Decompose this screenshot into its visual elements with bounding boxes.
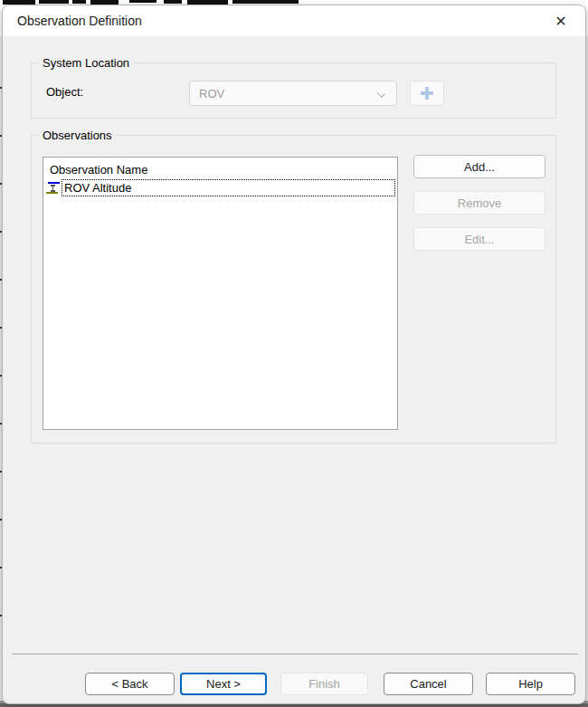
cancel-button[interactable]: Cancel	[384, 673, 473, 695]
close-button[interactable]: ✕	[544, 5, 578, 36]
object-label: Object:	[46, 85, 83, 99]
add-object-button[interactable]	[410, 81, 444, 106]
observations-group-label: Observations	[39, 129, 116, 142]
next-button[interactable]: Next >	[180, 673, 267, 695]
observation-list[interactable]: Observation Name ROV Altitude	[43, 157, 398, 430]
object-combobox-value: ROV	[190, 87, 224, 100]
remove-button[interactable]: Remove	[413, 191, 545, 215]
chevron-down-icon	[377, 90, 384, 97]
close-icon: ✕	[555, 13, 566, 30]
observation-list-header: Observation Name	[43, 158, 397, 179]
help-button[interactable]: Help	[486, 673, 575, 695]
list-item-label: ROV Altitude	[62, 181, 131, 195]
back-button[interactable]: < Back	[85, 673, 175, 695]
plus-icon	[421, 87, 433, 100]
dialog-title: Observation Definition	[3, 14, 142, 28]
footer-divider	[12, 654, 578, 654]
add-button[interactable]: Add...	[413, 155, 545, 178]
edit-button[interactable]: Edit...	[413, 227, 545, 251]
list-item-focus-rect: ROV Altitude	[62, 179, 395, 196]
observations-group: Observations Observation Name ROV Altitu…	[31, 135, 556, 444]
observation-definition-dialog: Observation Definition ✕ System Location…	[2, 5, 586, 704]
altitude-observation-icon	[46, 181, 61, 195]
finish-button[interactable]: Finish	[280, 673, 368, 695]
object-combobox[interactable]: ROV	[189, 81, 397, 106]
list-item[interactable]: ROV Altitude	[43, 179, 397, 197]
titlebar: Observation Definition ✕	[3, 5, 585, 36]
system-location-group: System Location Object: ROV	[31, 62, 556, 119]
system-location-group-label: System Location	[39, 56, 133, 70]
